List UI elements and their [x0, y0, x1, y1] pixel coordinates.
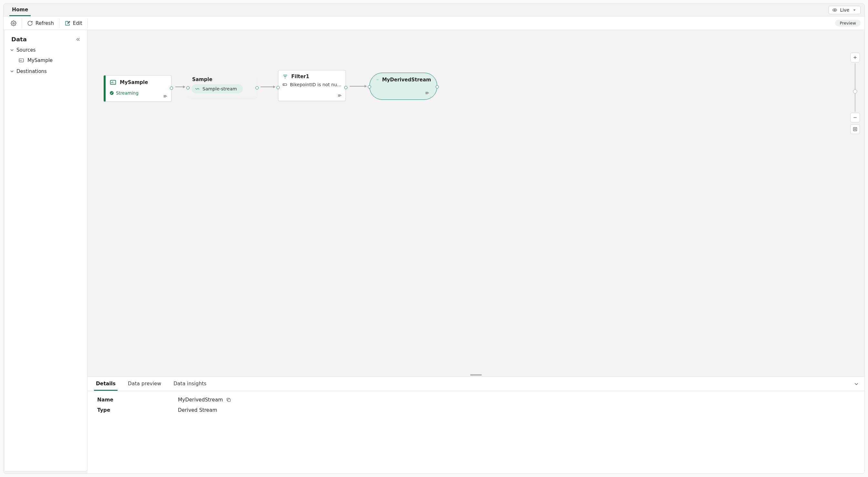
node-menu-icon[interactable] — [337, 93, 342, 98]
node-title: MySample — [120, 80, 148, 85]
gear-icon — [11, 20, 17, 26]
zoom-controls — [850, 53, 860, 134]
check-circle-icon — [110, 91, 114, 95]
sample-stream-chip[interactable]: Sample-stream — [191, 84, 243, 93]
chip-label: Sample-stream — [203, 86, 237, 91]
stream-icon — [195, 86, 200, 91]
tab-details[interactable]: Details — [94, 377, 118, 391]
panel-resize-grip[interactable] — [88, 373, 864, 377]
collapse-panel-chevron-icon[interactable] — [854, 381, 859, 387]
toolbar-separator — [22, 19, 22, 28]
node-status: Streaming — [116, 90, 138, 96]
node-sample[interactable]: Sample Sample-stream — [188, 75, 257, 98]
field-value-name: MyDerivedStream — [178, 397, 223, 403]
chevron-down-icon — [9, 48, 14, 53]
refresh-label: Refresh — [35, 20, 54, 26]
data-source-icon — [19, 58, 24, 63]
refresh-icon — [27, 20, 33, 26]
node-title: Sample — [192, 77, 213, 82]
node-input-port[interactable] — [368, 85, 371, 88]
stream-icon — [376, 77, 379, 83]
node-output-port[interactable] — [255, 86, 259, 89]
edit-button[interactable]: Edit — [60, 17, 87, 30]
filter-icon — [282, 73, 288, 80]
minus-icon — [852, 115, 858, 120]
toolbar-separator — [88, 19, 88, 28]
zoom-out-button[interactable] — [850, 113, 860, 122]
edge-2 — [260, 87, 275, 87]
zoom-in-button[interactable] — [850, 53, 860, 62]
edge-3 — [350, 86, 367, 87]
live-mode-dropdown[interactable]: Live — [829, 6, 861, 14]
sidebar-item-label: MySample — [27, 58, 53, 63]
node-output-port[interactable] — [436, 85, 439, 88]
copy-icon[interactable] — [226, 397, 231, 403]
plus-icon — [852, 55, 858, 60]
design-canvas[interactable]: MySample Streaming Sample — [88, 30, 864, 373]
toolbar: Refresh Edit Preview — [4, 17, 864, 30]
svg-rect-2 — [19, 59, 24, 62]
svg-rect-5 — [111, 81, 116, 85]
svg-rect-7 — [283, 84, 287, 85]
fit-view-button[interactable] — [850, 124, 860, 134]
destinations-group[interactable]: Destinations — [7, 66, 85, 76]
node-derived-stream[interactable]: MyDerivedStream — [369, 73, 437, 100]
sidebar-title: Data — [11, 36, 27, 42]
node-filter1[interactable]: Filter1 BikepointID is not null or e... — [278, 70, 346, 101]
field-label-name: Name — [97, 397, 178, 403]
svg-point-0 — [834, 9, 835, 11]
menu-icon — [163, 94, 168, 99]
data-source-icon — [110, 79, 117, 86]
refresh-button[interactable]: Refresh — [23, 17, 58, 30]
node-source-mysample[interactable]: MySample Streaming — [104, 75, 172, 102]
field-value-type: Derived Stream — [178, 407, 217, 413]
node-title: Filter1 — [291, 73, 309, 80]
eye-icon — [832, 7, 837, 12]
live-label: Live — [840, 7, 849, 12]
edge-1 — [175, 87, 185, 87]
svg-rect-8 — [228, 399, 230, 401]
node-menu-icon[interactable] — [163, 94, 168, 99]
node-title: MyDerivedStream — [382, 77, 431, 83]
menu-icon — [425, 90, 430, 96]
edit-label: Edit — [73, 20, 82, 26]
app-window: Home Live Refresh Edit Preview — [3, 3, 865, 474]
svg-rect-4 — [855, 128, 856, 130]
node-menu-icon[interactable] — [425, 90, 430, 96]
sources-label: Sources — [17, 47, 35, 53]
chevron-down-icon — [852, 7, 857, 12]
tab-data-preview[interactable]: Data preview — [126, 377, 163, 391]
main-area: MySample Streaming Sample — [88, 30, 864, 473]
svg-rect-3 — [854, 127, 857, 131]
settings-button[interactable] — [6, 17, 21, 30]
node-output-port[interactable] — [344, 86, 347, 89]
edit-icon — [65, 20, 70, 26]
zoom-slider[interactable] — [855, 63, 856, 112]
preview-badge: Preview — [835, 20, 861, 27]
fit-icon — [852, 127, 858, 132]
zoom-thumb[interactable] — [853, 89, 857, 94]
sidebar-item-mysample[interactable]: MySample — [7, 55, 85, 66]
svg-point-1 — [13, 22, 14, 24]
sources-group[interactable]: Sources — [7, 44, 85, 55]
destinations-label: Destinations — [17, 68, 47, 74]
data-sidebar: Data Sources MySample Destinations — [5, 30, 88, 472]
node-input-port[interactable] — [186, 86, 190, 89]
ribbon-tabs: Home Live — [4, 4, 864, 17]
menu-icon — [337, 93, 342, 98]
tab-data-insights[interactable]: Data insights — [172, 377, 208, 391]
collapse-sidebar-icon[interactable] — [75, 37, 81, 42]
field-label-type: Type — [97, 407, 178, 413]
toolbar-separator — [59, 19, 59, 28]
field-icon — [282, 82, 287, 87]
filter-condition: BikepointID is not null or e... — [290, 82, 342, 87]
details-panel: Details Data preview Data insights Name … — [88, 377, 864, 473]
node-output-port[interactable] — [170, 87, 173, 90]
chevron-down-icon — [9, 69, 14, 74]
node-input-port[interactable] — [276, 86, 280, 89]
tab-home[interactable]: Home — [9, 4, 31, 16]
